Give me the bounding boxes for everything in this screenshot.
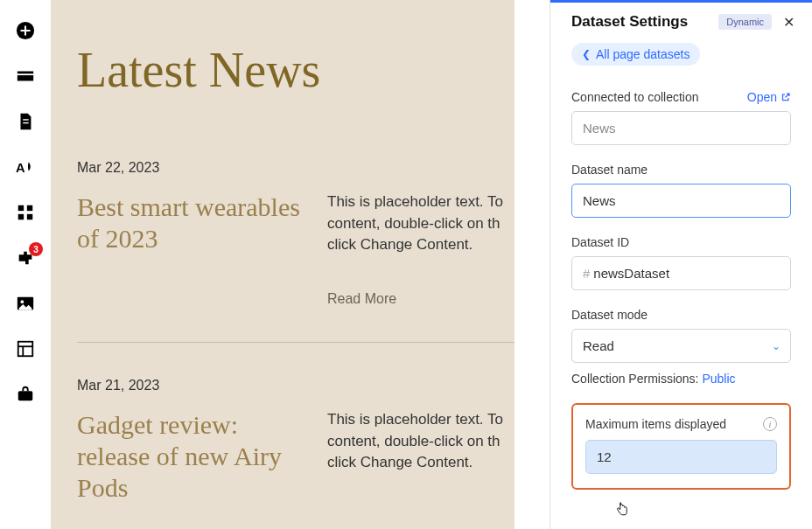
svg-rect-9 <box>27 214 32 219</box>
article-body-line: content, double-click on th <box>327 213 523 235</box>
chevron-left-icon: ❮ <box>582 48 591 60</box>
permissions-link[interactable]: Public <box>702 372 735 386</box>
add-icon[interactable] <box>16 21 35 40</box>
max-items-input[interactable] <box>585 440 777 474</box>
panel-title: Dataset Settings <box>571 13 718 31</box>
svg-rect-3 <box>23 119 28 120</box>
dataset-mode-label: Dataset mode <box>571 308 791 322</box>
article-body-line: click Change Content. <box>327 234 523 256</box>
media-icon[interactable] <box>16 294 35 313</box>
back-link-label: All page datasets <box>596 47 690 61</box>
dataset-mode-value: Read <box>571 329 791 363</box>
info-icon[interactable]: i <box>763 417 777 431</box>
dataset-id-field[interactable]: #newsDataset <box>571 256 791 290</box>
panel-header: Dataset Settings Dynamic ✕ <box>550 3 812 43</box>
svg-rect-8 <box>18 214 24 219</box>
addons-icon[interactable]: 3 <box>16 248 35 268</box>
settings-panel: Dataset Settings Dynamic ✕ ❮ All page da… <box>550 0 812 529</box>
document-icon[interactable] <box>16 112 35 131</box>
name-section: Dataset name <box>571 163 791 218</box>
svg-rect-7 <box>27 205 32 211</box>
article-title: Gadget review: release of new Airy Pods <box>77 409 304 504</box>
article-date: Mar 21, 2023 <box>77 378 523 393</box>
open-collection-link[interactable]: Open <box>747 90 791 104</box>
article-body-line: This is placeholder text. To <box>327 191 523 213</box>
close-icon[interactable]: ✕ <box>780 14 796 30</box>
connected-section: Connected to collection Open News <box>571 90 791 145</box>
page-title: Latest News <box>77 42 523 98</box>
dataset-id-value: newsDataset <box>593 266 669 281</box>
addons-badge: 3 <box>29 242 43 256</box>
connected-label: Connected to collection <box>571 90 699 104</box>
editor-canvas: Latest News Mar 22, 2023 Best smart wear… <box>51 0 550 529</box>
canvas-edge <box>514 0 550 529</box>
permissions-row: Collection Permissions: Public <box>571 372 791 386</box>
svg-point-11 <box>21 300 24 303</box>
article-body-line: This is placeholder text. To <box>327 409 523 431</box>
theme-icon[interactable]: A <box>16 157 35 177</box>
article-body-line: click Change Content. <box>327 452 523 474</box>
svg-rect-15 <box>18 391 33 400</box>
dynamic-pill: Dynamic <box>718 14 772 30</box>
id-section: Dataset ID #newsDataset <box>571 235 791 290</box>
left-rail: A 3 <box>0 0 51 529</box>
svg-text:A: A <box>16 161 25 175</box>
mode-section: Dataset mode Read ⌄ Collection Permissio… <box>571 308 791 386</box>
svg-rect-4 <box>23 122 28 123</box>
dataset-mode-select[interactable]: Read ⌄ <box>571 329 791 363</box>
article-item: Mar 21, 2023 Gadget review: release of n… <box>77 342 523 504</box>
content-icon[interactable] <box>16 339 35 358</box>
article-date: Mar 22, 2023 <box>77 160 523 176</box>
svg-rect-1 <box>18 72 33 74</box>
open-link-label: Open <box>747 90 777 104</box>
permissions-label: Collection Permissions: <box>571 372 699 386</box>
article-body-line: content, double-click on th <box>327 431 523 453</box>
dataset-name-input[interactable] <box>571 184 791 218</box>
dataset-name-label: Dataset name <box>571 163 791 177</box>
pages-icon[interactable] <box>16 66 35 86</box>
hash-icon: # <box>583 266 590 281</box>
article-item: Mar 22, 2023 Best smart wearables of 202… <box>77 159 523 307</box>
back-link[interactable]: ❮ All page datasets <box>571 43 700 66</box>
article-title: Best smart wearables of 2023 <box>77 191 304 307</box>
max-items-highlight: Maximum items displayed i <box>571 403 791 490</box>
svg-rect-2 <box>18 75 33 80</box>
svg-rect-6 <box>18 205 24 211</box>
external-link-icon <box>780 92 791 102</box>
svg-rect-12 <box>18 342 33 357</box>
connected-collection-field[interactable]: News <box>571 111 791 145</box>
apps-icon[interactable] <box>16 203 35 222</box>
dataset-id-label: Dataset ID <box>571 235 791 249</box>
max-items-label: Maximum items displayed <box>585 417 726 431</box>
read-more-link[interactable]: Read More <box>327 291 523 307</box>
business-icon[interactable] <box>16 385 35 404</box>
